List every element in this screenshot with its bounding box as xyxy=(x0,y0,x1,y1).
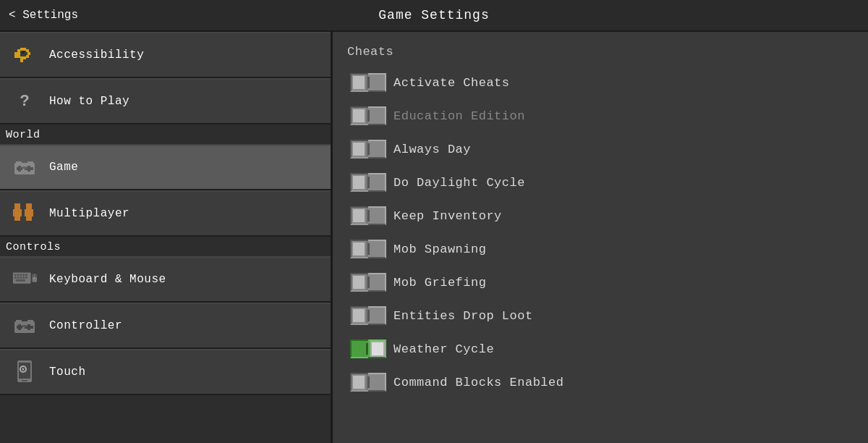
svg-rect-56 xyxy=(25,325,27,327)
svg-rect-2 xyxy=(20,48,26,51)
toggle-row-always-day: Always Day xyxy=(347,132,854,166)
svg-point-61 xyxy=(22,368,25,371)
svg-rect-41 xyxy=(16,279,25,282)
toggle-row-activate-cheats: Activate Cheats xyxy=(347,66,854,99)
svg-rect-13 xyxy=(27,161,33,164)
svg-rect-33 xyxy=(20,274,22,276)
toggle-switch-keep-inventory[interactable] xyxy=(350,206,386,226)
svg-rect-4 xyxy=(27,52,30,55)
sidebar-item-multiplayer[interactable]: Multiplayer xyxy=(0,190,331,237)
toggle-switch-command-blocks-enabled[interactable] xyxy=(350,372,386,392)
toggle-label-entities-drop-loot: Entities Drop Loot xyxy=(393,309,533,323)
svg-rect-21 xyxy=(25,166,27,169)
svg-rect-34 xyxy=(22,274,25,276)
sidebar-item-keyboard[interactable]: Keyboard & Mouse xyxy=(0,256,331,303)
svg-rect-23 xyxy=(13,209,22,216)
svg-rect-40 xyxy=(25,277,27,279)
toggle-label-command-blocks-enabled: Command Blocks Enabled xyxy=(393,376,563,389)
toggle-switch-do-daylight-cycle[interactable] xyxy=(350,172,386,193)
toggle-switch-entities-drop-loot[interactable] xyxy=(350,305,386,326)
key-icon xyxy=(10,41,39,69)
toggle-row-mob-griefing: Mob Griefing xyxy=(347,266,854,299)
toggle-label-education-edition: Education Edition xyxy=(393,109,525,123)
sidebar: Accessibility ? How to Play World xyxy=(0,32,333,443)
main-content: Accessibility ? How to Play World xyxy=(0,32,868,443)
svg-rect-15 xyxy=(17,167,22,170)
sidebar-item-accessibility[interactable]: Accessibility xyxy=(0,32,331,78)
svg-rect-37 xyxy=(17,277,20,279)
svg-rect-7 xyxy=(20,56,23,62)
toggle-row-command-blocks-enabled: Command Blocks Enabled xyxy=(347,366,854,399)
toggle-label-do-daylight-cycle: Do Daylight Cycle xyxy=(393,176,525,190)
world-section-label: World xyxy=(0,125,331,144)
svg-rect-16 xyxy=(27,166,30,169)
svg-rect-43 xyxy=(32,274,34,277)
toggle-row-weather-cycle: Weather Cycle xyxy=(347,332,854,366)
header: < Settings Game Settings xyxy=(0,0,868,32)
svg-rect-51 xyxy=(27,324,30,327)
toggles-container: Activate Cheats Education Edition Always… xyxy=(347,66,854,399)
svg-rect-38 xyxy=(20,277,22,279)
svg-rect-6 xyxy=(23,56,26,59)
toggle-label-mob-spawning: Mob Spawning xyxy=(393,242,486,256)
svg-rect-22 xyxy=(14,203,20,209)
sidebar-item-touch[interactable]: Touch xyxy=(0,349,331,395)
gamepad-icon xyxy=(10,153,39,182)
svg-rect-55 xyxy=(22,325,25,327)
sidebar-item-game[interactable]: Game xyxy=(0,144,331,190)
multiplayer-icon xyxy=(10,199,39,228)
toggle-label-mob-griefing: Mob Griefing xyxy=(393,276,486,290)
toggle-row-mob-spawning: Mob Spawning xyxy=(347,232,854,266)
svg-rect-48 xyxy=(27,320,33,323)
svg-rect-3 xyxy=(26,49,29,52)
toggle-switch-always-day[interactable] xyxy=(350,139,386,159)
svg-rect-36 xyxy=(14,277,17,279)
question-icon: ? xyxy=(10,87,39,116)
svg-rect-39 xyxy=(22,277,25,279)
svg-rect-27 xyxy=(25,209,33,216)
sidebar-item-how-to-play[interactable]: ? How to Play xyxy=(0,78,331,125)
how-to-play-label: How to Play xyxy=(49,95,129,108)
svg-rect-1 xyxy=(17,49,20,52)
svg-rect-17 xyxy=(30,167,33,170)
toggle-label-activate-cheats: Activate Cheats xyxy=(393,76,510,90)
cheats-section-label: Cheats xyxy=(347,39,854,66)
toggle-row-entities-drop-loot: Entities Drop Loot xyxy=(347,299,854,332)
toggle-switch-activate-cheats[interactable] xyxy=(350,72,386,93)
back-label: < Settings xyxy=(9,9,78,22)
svg-rect-25 xyxy=(17,216,20,221)
right-panel: Cheats Activate Cheats Education Edition xyxy=(333,32,868,443)
svg-rect-47 xyxy=(16,320,22,323)
svg-rect-53 xyxy=(27,327,30,330)
touch-label: Touch xyxy=(49,366,86,379)
svg-rect-0 xyxy=(14,52,17,55)
svg-rect-26 xyxy=(26,203,32,209)
keyboard-icon xyxy=(10,265,39,294)
toggle-switch-mob-spawning[interactable] xyxy=(350,239,386,259)
toggle-switch-weather-cycle[interactable] xyxy=(350,339,386,359)
svg-rect-45 xyxy=(33,277,35,279)
toggle-row-education-edition: Education Edition xyxy=(347,99,854,132)
toggle-row-keep-inventory: Keep Inventory xyxy=(347,199,854,232)
controls-section-label: Controls xyxy=(0,237,331,256)
sidebar-item-controller[interactable]: Controller xyxy=(0,303,331,349)
toggle-switch-education-edition[interactable] xyxy=(350,106,386,126)
svg-rect-18 xyxy=(27,169,30,172)
toggle-row-do-daylight-cycle: Do Daylight Cycle xyxy=(347,166,854,199)
back-button[interactable]: < Settings xyxy=(9,9,78,22)
keyboard-mouse-label: Keyboard & Mouse xyxy=(49,273,166,286)
page-title: Game Settings xyxy=(378,8,489,22)
svg-rect-31 xyxy=(14,274,17,276)
svg-rect-59 xyxy=(22,380,27,381)
svg-rect-24 xyxy=(14,216,17,221)
svg-rect-35 xyxy=(25,274,27,276)
svg-rect-9 xyxy=(14,55,20,58)
svg-rect-32 xyxy=(17,274,20,276)
svg-rect-10 xyxy=(22,51,25,54)
toggle-label-always-day: Always Day xyxy=(393,143,471,156)
multiplayer-label: Multiplayer xyxy=(49,207,129,220)
svg-rect-50 xyxy=(17,326,22,329)
svg-rect-20 xyxy=(22,166,25,169)
toggle-switch-mob-griefing[interactable] xyxy=(350,272,386,292)
accessibility-label: Accessibility xyxy=(49,48,144,62)
